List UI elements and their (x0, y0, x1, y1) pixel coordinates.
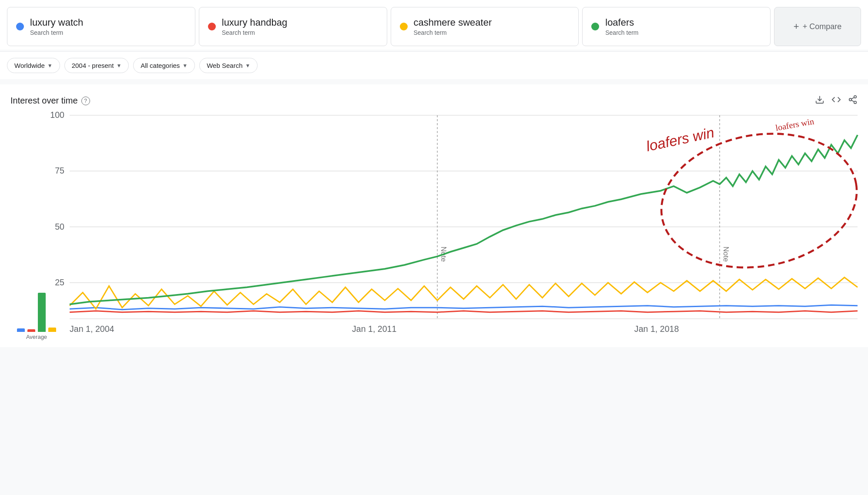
main-line-chart: loafers win 100 75 50 25 Note Note (70, 115, 858, 340)
category-filter[interactable]: All categories ▼ (133, 58, 195, 73)
download-button[interactable] (815, 95, 824, 107)
card-cashmere-sweater[interactable]: cashmere sweater Search term (391, 7, 579, 46)
dot-luxury-watch (16, 23, 24, 30)
chart-actions (815, 95, 858, 107)
card-luxury-handbag[interactable]: luxury handbag Search term (199, 7, 387, 46)
dot-loafers (591, 23, 599, 30)
chart-container: Average loafers win 100 75 50 25 (10, 115, 858, 340)
avg-section: Average (10, 280, 63, 340)
chart-title-text: Interest over time (10, 96, 78, 106)
svg-text:100: 100 (50, 110, 64, 120)
card-luxury-watch[interactable]: luxury watch Search term (7, 7, 195, 46)
svg-text:Jan 1, 2018: Jan 1, 2018 (634, 324, 679, 334)
dot-cashmere-sweater (400, 23, 408, 30)
loafers-win-svg-text: loafers win (645, 124, 716, 154)
embed-button[interactable] (831, 95, 841, 107)
chart-section: Interest over time ? (0, 84, 868, 347)
avg-label: Average (26, 334, 47, 340)
card-sub-cashmere-sweater: Search term (414, 29, 492, 36)
dot-luxury-handbag (208, 23, 216, 30)
card-text-luxury-watch: luxury watch Search term (30, 17, 83, 36)
type-filter[interactable]: Web Search ▼ (199, 58, 258, 73)
geo-filter-label: Worldwide (14, 62, 45, 69)
chart-svg: 100 75 50 25 Note Note Jan 1, 2004 Jan 1… (70, 115, 858, 338)
years-label: 20 years (436, 346, 491, 347)
svg-text:Jan 1, 2004: Jan 1, 2004 (70, 324, 114, 334)
avg-bar-yellow (48, 328, 56, 332)
search-terms-bar: luxury watch Search term luxury handbag … (0, 0, 868, 50)
avg-bars (17, 280, 56, 332)
compare-plus-icon: + (794, 21, 799, 32)
type-filter-label: Web Search (207, 62, 242, 69)
card-title-loafers: loafers (605, 17, 638, 28)
svg-point-1 (854, 96, 857, 98)
chart-title-group: Interest over time ? (10, 96, 90, 106)
card-text-loafers: loafers Search term (605, 17, 638, 36)
svg-text:50: 50 (55, 222, 64, 231)
card-text-luxury-handbag: luxury handbag Search term (222, 17, 287, 36)
filter-bar: Worldwide ▼ 2004 - present ▼ All categor… (0, 51, 868, 79)
card-sub-loafers: Search term (605, 29, 638, 36)
card-loafers[interactable]: loafers Search term (582, 7, 771, 46)
svg-point-3 (854, 101, 857, 104)
compare-button[interactable]: + + Compare (774, 7, 861, 46)
card-title-cashmere-sweater: cashmere sweater (414, 17, 492, 28)
svg-text:25: 25 (55, 278, 64, 287)
avg-bar-blue (17, 328, 25, 332)
svg-text:Note: Note (722, 247, 730, 262)
category-dropdown-icon: ▼ (182, 63, 188, 69)
time-filter[interactable]: 2004 - present ▼ (64, 58, 129, 73)
card-sub-luxury-watch: Search term (30, 29, 83, 36)
line-luxury-watch (70, 305, 858, 310)
svg-line-4 (851, 100, 854, 102)
svg-text:75: 75 (55, 166, 64, 175)
svg-point-2 (849, 98, 852, 101)
compare-label: + Compare (803, 22, 842, 31)
svg-text:Jan 1, 2011: Jan 1, 2011 (352, 324, 397, 334)
line-luxury-handbag (70, 311, 858, 312)
card-title-luxury-watch: luxury watch (30, 17, 83, 28)
avg-bar-red (27, 329, 35, 332)
svg-line-5 (851, 97, 854, 99)
avg-bar-green (38, 293, 46, 332)
category-filter-label: All categories (141, 62, 180, 69)
type-dropdown-icon: ▼ (245, 63, 250, 69)
time-dropdown-icon: ▼ (116, 63, 121, 69)
card-title-luxury-handbag: luxury handbag (222, 17, 287, 28)
chart-header: Interest over time ? (10, 95, 858, 107)
time-filter-label: 2004 - present (72, 62, 114, 69)
help-icon[interactable]: ? (81, 97, 90, 105)
share-button[interactable] (848, 95, 858, 107)
geo-dropdown-icon: ▼ (47, 63, 53, 69)
geo-filter[interactable]: Worldwide ▼ (7, 58, 60, 73)
card-sub-luxury-handbag: Search term (222, 29, 287, 36)
card-text-cashmere-sweater: cashmere sweater Search term (414, 17, 492, 36)
